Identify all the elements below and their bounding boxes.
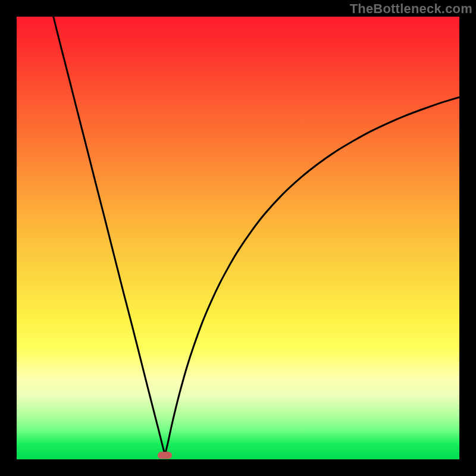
chart-frame: TheBottleneck.com bbox=[0, 0, 476, 476]
watermark-text: TheBottleneck.com bbox=[350, 1, 472, 17]
plot-area bbox=[17, 17, 459, 459]
minimum-marker bbox=[158, 452, 172, 459]
curve-layer bbox=[17, 17, 459, 459]
bottleneck-curve bbox=[54, 17, 459, 456]
